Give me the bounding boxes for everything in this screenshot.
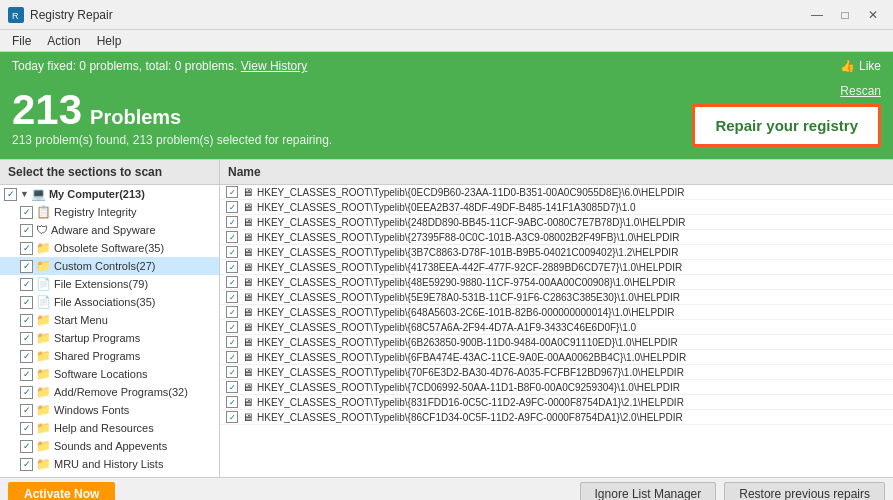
activate-button[interactable]: Activate Now xyxy=(8,482,115,501)
registry-path: HKEY_CLASSES_ROOT\Typelib\{0ECD9B60-23AA… xyxy=(257,187,684,198)
registry-icon: 🖥 xyxy=(242,306,253,318)
rescan-link[interactable]: Rescan xyxy=(840,84,881,98)
tree-checkbox[interactable]: ✓ xyxy=(20,458,33,471)
problems-subtext: 213 problem(s) found, 213 problem(s) sel… xyxy=(12,133,332,147)
reg-checkbox[interactable]: ✓ xyxy=(226,186,238,198)
registry-row[interactable]: ✓🖥HKEY_CLASSES_ROOT\Typelib\{648A5603-2C… xyxy=(220,305,893,320)
menu-file[interactable]: File xyxy=(4,32,39,50)
tree-item[interactable]: ✓📄File Extensions(79) xyxy=(0,275,219,293)
title-bar: R Registry Repair — □ ✕ xyxy=(0,0,893,30)
folder-icon: 📁 xyxy=(36,403,51,417)
tree-item[interactable]: ✓📁Sounds and Appevents xyxy=(0,437,219,455)
repair-button[interactable]: Repair your registry xyxy=(692,104,881,147)
thumb-up-icon: 👍 xyxy=(840,59,855,73)
tree-checkbox[interactable]: ✓ xyxy=(20,206,33,219)
menu-help[interactable]: Help xyxy=(89,32,130,50)
tree-item[interactable]: ✓📁Obsolete Software(35) xyxy=(0,239,219,257)
tree-item[interactable]: ✓📁Custom Controls(27) xyxy=(0,257,219,275)
tree-item[interactable]: ✓📄File Associations(35) xyxy=(0,293,219,311)
registry-icon: 🖥 xyxy=(242,381,253,393)
reg-checkbox[interactable]: ✓ xyxy=(226,306,238,318)
close-button[interactable]: ✕ xyxy=(861,5,885,25)
tree-checkbox[interactable]: ✓ xyxy=(20,440,33,453)
reg-checkbox[interactable]: ✓ xyxy=(226,366,238,378)
maximize-button[interactable]: □ xyxy=(833,5,857,25)
like-button[interactable]: 👍 Like xyxy=(840,59,881,73)
registry-row[interactable]: ✓🖥HKEY_CLASSES_ROOT\Typelib\{5E9E78A0-53… xyxy=(220,290,893,305)
registry-row[interactable]: ✓🖥HKEY_CLASSES_ROOT\Typelib\{48E59290-98… xyxy=(220,275,893,290)
tree-item-label: MRU and History Lists xyxy=(54,458,163,470)
reg-checkbox[interactable]: ✓ xyxy=(226,216,238,228)
tree-checkbox[interactable]: ✓ xyxy=(20,224,33,237)
reg-checkbox[interactable]: ✓ xyxy=(226,291,238,303)
reg-checkbox[interactable]: ✓ xyxy=(226,381,238,393)
tree-item[interactable]: ✓📁Help and Resources xyxy=(0,419,219,437)
tree-checkbox[interactable]: ✓ xyxy=(20,368,33,381)
tree-checkbox[interactable]: ✓ xyxy=(20,350,33,363)
reg-checkbox[interactable]: ✓ xyxy=(226,201,238,213)
tree-checkbox[interactable]: ✓ xyxy=(20,278,33,291)
registry-row[interactable]: ✓🖥HKEY_CLASSES_ROOT\Typelib\{70F6E3D2-BA… xyxy=(220,365,893,380)
tree-item[interactable]: ✓📁Add/Remove Programs(32) xyxy=(0,383,219,401)
restore-button[interactable]: Restore previous repairs xyxy=(724,482,885,501)
registry-row[interactable]: ✓🖥HKEY_CLASSES_ROOT\Typelib\{6B263850-90… xyxy=(220,335,893,350)
registry-list: ✓🖥HKEY_CLASSES_ROOT\Typelib\{0ECD9B60-23… xyxy=(220,185,893,477)
reg-checkbox[interactable]: ✓ xyxy=(226,336,238,348)
header-bar: Today fixed: 0 problems, total: 0 proble… xyxy=(0,52,893,80)
registry-path: HKEY_CLASSES_ROOT\Typelib\{27395F88-0C0C… xyxy=(257,232,679,243)
registry-row[interactable]: ✓🖥HKEY_CLASSES_ROOT\Typelib\{3B7C8863-D7… xyxy=(220,245,893,260)
reg-checkbox[interactable]: ✓ xyxy=(226,261,238,273)
registry-row[interactable]: ✓🖥HKEY_CLASSES_ROOT\Typelib\{831FDD16-0C… xyxy=(220,395,893,410)
tree-checkbox[interactable]: ✓ xyxy=(20,386,33,399)
registry-row[interactable]: ✓🖥HKEY_CLASSES_ROOT\Typelib\{86CF1D34-0C… xyxy=(220,410,893,425)
tree-checkbox[interactable]: ✓ xyxy=(4,188,17,201)
registry-row[interactable]: ✓🖥HKEY_CLASSES_ROOT\Typelib\{0EEA2B37-48… xyxy=(220,200,893,215)
tree-item[interactable]: ✓📁Startup Programs xyxy=(0,329,219,347)
tree-checkbox[interactable]: ✓ xyxy=(20,242,33,255)
tree-item[interactable]: ✓🛡Adware and Spyware xyxy=(0,221,219,239)
registry-row[interactable]: ✓🖥HKEY_CLASSES_ROOT\Typelib\{27395F88-0C… xyxy=(220,230,893,245)
registry-path: HKEY_CLASSES_ROOT\Typelib\{831FDD16-0C5C… xyxy=(257,397,684,408)
tree-item[interactable]: ✓📁Windows Fonts xyxy=(0,401,219,419)
tree-item[interactable]: ✓📋Registry Integrity xyxy=(0,203,219,221)
tree-checkbox[interactable]: ✓ xyxy=(20,404,33,417)
registry-row[interactable]: ✓🖥HKEY_CLASSES_ROOT\Typelib\{0ECD9B60-23… xyxy=(220,185,893,200)
tree-item-label: File Extensions(79) xyxy=(54,278,148,290)
problems-right: Rescan Repair your registry xyxy=(692,84,881,147)
reg-checkbox[interactable]: ✓ xyxy=(226,351,238,363)
minimize-button[interactable]: — xyxy=(805,5,829,25)
reg-checkbox[interactable]: ✓ xyxy=(226,396,238,408)
registry-path: HKEY_CLASSES_ROOT\Typelib\{6FBA474E-43AC… xyxy=(257,352,686,363)
tree-item[interactable]: ✓▼💻My Computer(213) xyxy=(0,185,219,203)
registry-row[interactable]: ✓🖥HKEY_CLASSES_ROOT\Typelib\{41738EEA-44… xyxy=(220,260,893,275)
registry-path: HKEY_CLASSES_ROOT\Typelib\{70F6E3D2-BA30… xyxy=(257,367,684,378)
registry-row[interactable]: ✓🖥HKEY_CLASSES_ROOT\Typelib\{68C57A6A-2F… xyxy=(220,320,893,335)
folder-icon: 📋 xyxy=(36,205,51,219)
registry-row[interactable]: ✓🖥HKEY_CLASSES_ROOT\Typelib\{6FBA474E-43… xyxy=(220,350,893,365)
tree-checkbox[interactable]: ✓ xyxy=(20,314,33,327)
tree-checkbox[interactable]: ✓ xyxy=(20,296,33,309)
registry-row[interactable]: ✓🖥HKEY_CLASSES_ROOT\Typelib\{7CD06992-50… xyxy=(220,380,893,395)
tree-item[interactable]: ✓📁Start Menu xyxy=(0,311,219,329)
tree-item-label: Sounds and Appevents xyxy=(54,440,167,452)
tree-checkbox[interactable]: ✓ xyxy=(20,260,33,273)
reg-checkbox[interactable]: ✓ xyxy=(226,321,238,333)
menu-action[interactable]: Action xyxy=(39,32,88,50)
reg-checkbox[interactable]: ✓ xyxy=(226,246,238,258)
tree-item-label: Custom Controls(27) xyxy=(54,260,155,272)
tree-item[interactable]: ✓📁Shared Programs xyxy=(0,347,219,365)
folder-icon: 📄 xyxy=(36,277,51,291)
ignore-list-button[interactable]: Ignore List Manager xyxy=(580,482,717,501)
tree-checkbox[interactable]: ✓ xyxy=(20,422,33,435)
reg-checkbox[interactable]: ✓ xyxy=(226,411,238,423)
registry-row[interactable]: ✓🖥HKEY_CLASSES_ROOT\Typelib\{248DD890-BB… xyxy=(220,215,893,230)
reg-checkbox[interactable]: ✓ xyxy=(226,231,238,243)
tree-item[interactable]: ✓📁MRU and History Lists xyxy=(0,455,219,473)
reg-checkbox[interactable]: ✓ xyxy=(226,276,238,288)
registry-path: HKEY_CLASSES_ROOT\Typelib\{3B7C8863-D78F… xyxy=(257,247,678,258)
tree-item-label: Start Menu xyxy=(54,314,108,326)
tree-checkbox[interactable]: ✓ xyxy=(20,332,33,345)
registry-path: HKEY_CLASSES_ROOT\Typelib\{6B263850-900B… xyxy=(257,337,678,348)
tree-item[interactable]: ✓📁Software Locations xyxy=(0,365,219,383)
view-history-link[interactable]: View History xyxy=(241,59,307,73)
